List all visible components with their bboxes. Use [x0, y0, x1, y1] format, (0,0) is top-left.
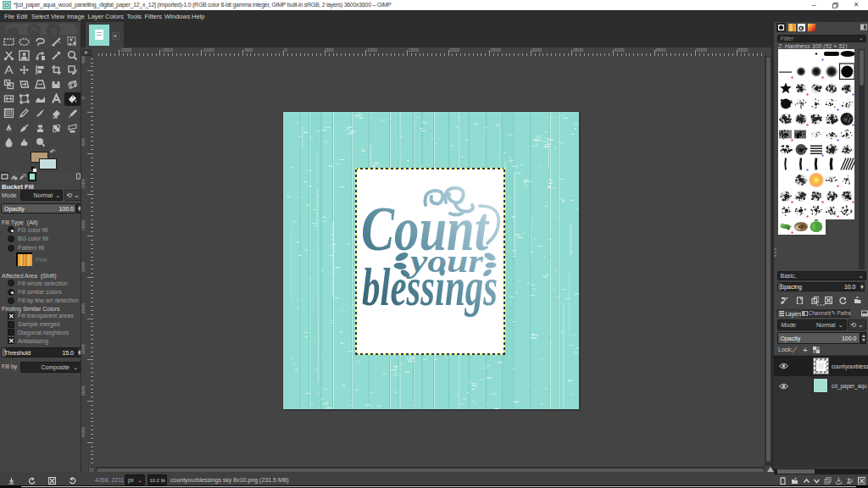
svg-text:blessings: blessings [362, 257, 498, 317]
